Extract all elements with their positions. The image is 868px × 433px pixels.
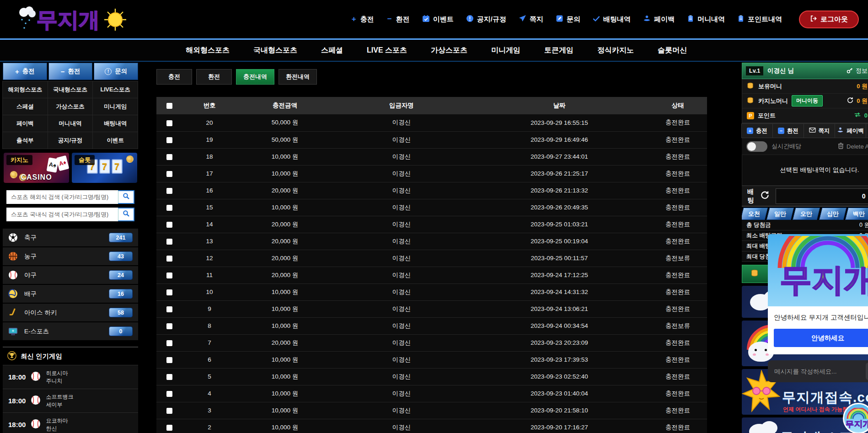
sidebar-item-ice-hockey[interactable]: 아이스 하키 58 bbox=[3, 304, 138, 322]
edit-profile-button[interactable]: 정보수정 bbox=[847, 67, 868, 75]
deposit-button[interactable]: + 충전 bbox=[741, 123, 773, 138]
amount-button[interactable]: 오만 bbox=[793, 208, 820, 220]
bet-amount-input[interactable] bbox=[776, 188, 868, 204]
main-nav-item[interactable]: 스페셜 bbox=[321, 46, 343, 55]
logout-button[interactable]: 로그아웃 bbox=[799, 11, 859, 28]
chat-hello-button[interactable]: 안녕하세요 bbox=[774, 329, 868, 347]
delete-all-button[interactable]: Delete All bbox=[838, 142, 868, 150]
row-checkbox[interactable] bbox=[166, 256, 172, 262]
site-logo[interactable]: 무지개 bbox=[12, 4, 129, 34]
casino-banner[interactable]: 카지노 A♦ A♠ CASINO bbox=[4, 153, 69, 183]
cell-date: 2023-09-26 20:49:35 bbox=[470, 199, 648, 216]
exchange-icon[interactable] bbox=[854, 112, 861, 119]
money-transfer-button[interactable]: 머니이동 bbox=[792, 95, 823, 107]
row-checkbox[interactable] bbox=[166, 340, 172, 346]
row-checkbox[interactable] bbox=[166, 239, 172, 245]
logout-button[interactable] bbox=[866, 123, 868, 138]
row-checkbox[interactable] bbox=[166, 137, 172, 143]
sidebar-item-soccer[interactable]: 축구 241 bbox=[3, 229, 138, 247]
row-checkbox[interactable] bbox=[166, 408, 172, 414]
row-checkbox[interactable] bbox=[166, 154, 172, 160]
sidebar-inquiry-button[interactable]: ! 문의 bbox=[94, 63, 138, 80]
message-button[interactable]: 쪽지 bbox=[804, 123, 835, 138]
header-nav-inquiry[interactable]: 문의 bbox=[556, 15, 580, 24]
popular-game-row[interactable]: 18:00 소프트뱅크세이부 bbox=[3, 389, 138, 412]
main-nav-item[interactable]: 가상스포츠 bbox=[431, 46, 467, 55]
header-nav-withdraw[interactable]: − 환전 bbox=[386, 15, 410, 24]
chat-message-input[interactable] bbox=[774, 368, 866, 375]
sidebar-menu-item[interactable]: 머니내역 bbox=[48, 115, 93, 132]
main-nav-item[interactable]: 슬롯머신 bbox=[658, 46, 687, 55]
search-button[interactable] bbox=[118, 208, 134, 221]
header-nav-event[interactable]: 이벤트 bbox=[422, 15, 454, 24]
row-checkbox[interactable] bbox=[166, 120, 172, 126]
row-checkbox[interactable] bbox=[166, 374, 172, 380]
amount-button[interactable]: 십만 bbox=[819, 208, 847, 220]
row-checkbox[interactable] bbox=[166, 306, 172, 312]
sidebar-menu-item[interactable]: 가상스포츠 bbox=[48, 98, 93, 115]
main-nav-item[interactable]: 토큰게임 bbox=[544, 46, 573, 55]
row-checkbox[interactable] bbox=[166, 188, 172, 194]
row-checkbox[interactable] bbox=[166, 222, 172, 228]
sidebar-menu-item[interactable]: 이벤트 bbox=[92, 132, 138, 149]
sidebar-menu-item[interactable]: 출석부 bbox=[2, 132, 48, 149]
sidebar-deposit-button[interactable]: + 충전 bbox=[3, 63, 47, 80]
main-nav-item[interactable]: 미니게임 bbox=[491, 46, 520, 55]
sidebar-menu-item[interactable]: 해외형스포츠 bbox=[2, 81, 48, 98]
sidebar-menu-item[interactable]: 스페셜 bbox=[2, 98, 48, 115]
header-nav-bet-history[interactable]: 배팅내역 bbox=[593, 15, 631, 24]
select-all-checkbox[interactable] bbox=[166, 103, 172, 109]
main-nav-item[interactable]: LIVE 스포츠 bbox=[367, 46, 407, 55]
popular-game-row[interactable]: 18:00 히로시마주니치 bbox=[3, 365, 138, 389]
row-checkbox[interactable] bbox=[166, 391, 172, 397]
search-button[interactable] bbox=[118, 190, 134, 204]
sidebar-menu-item[interactable]: 공지/규정 bbox=[48, 132, 93, 149]
sidebar-menu-item[interactable]: 국내형스포츠 bbox=[48, 81, 93, 98]
chat-bubble-button[interactable]: 무지개 bbox=[843, 403, 868, 433]
row-checkbox[interactable] bbox=[166, 171, 172, 177]
cell-status: 충전보류 bbox=[648, 317, 707, 334]
amount-button[interactable]: 일만 bbox=[766, 208, 794, 220]
cell-number: 6 bbox=[182, 351, 237, 368]
row-checkbox[interactable] bbox=[166, 205, 172, 211]
row-checkbox[interactable] bbox=[166, 357, 172, 363]
tab-deposit-history[interactable]: 충전내역 bbox=[236, 69, 274, 85]
popular-game-row[interactable]: 18:00 요코하마한신 bbox=[3, 412, 138, 433]
header-nav-payback[interactable]: 페이백 bbox=[643, 15, 675, 24]
header-nav-deposit[interactable]: + 충전 bbox=[351, 15, 374, 24]
tab-withdraw[interactable]: 환전 bbox=[196, 69, 232, 85]
refresh-icon[interactable] bbox=[847, 97, 853, 105]
refresh-icon[interactable] bbox=[761, 191, 769, 201]
sidebar-menu-item[interactable]: 미니게임 bbox=[92, 98, 138, 115]
sidebar-menu-item[interactable]: 페이백 bbox=[2, 115, 48, 132]
header-nav-message[interactable]: 쪽지 bbox=[519, 15, 543, 24]
sidebar-item-esports[interactable]: E-스포츠 0 bbox=[3, 322, 138, 341]
sidebar-item-baseball[interactable]: 야구 24 bbox=[3, 266, 138, 285]
tab-deposit[interactable]: 충전 bbox=[156, 69, 192, 85]
send-button[interactable] bbox=[866, 363, 868, 380]
live-odds-toggle[interactable] bbox=[746, 141, 767, 152]
row-checkbox[interactable] bbox=[166, 425, 172, 431]
main-nav-item[interactable]: 국내형스포츠 bbox=[253, 46, 297, 55]
header-nav-point-history[interactable]: 포인트내역 bbox=[737, 15, 782, 24]
sidebar-menu-item[interactable]: LIVE스포츠 bbox=[92, 81, 138, 98]
sidebar-menu-item[interactable]: 배팅내역 bbox=[92, 115, 138, 132]
sidebar-item-volleyball[interactable]: 배구 16 bbox=[3, 285, 138, 304]
withdraw-button[interactable]: − 환전 bbox=[772, 123, 804, 138]
row-checkbox[interactable] bbox=[166, 289, 172, 295]
overseas-search-input[interactable] bbox=[6, 190, 118, 204]
header-nav-notice[interactable]: 공지/규정 bbox=[466, 15, 506, 24]
amount-button[interactable]: 오천 bbox=[742, 208, 768, 220]
sidebar-withdraw-button[interactable]: − 환전 bbox=[48, 63, 93, 80]
row-checkbox[interactable] bbox=[166, 273, 172, 278]
header-nav-money-history[interactable]: 머니내역 bbox=[687, 15, 725, 24]
sidebar-item-basketball[interactable]: 농구 43 bbox=[3, 247, 138, 266]
domestic-search-input[interactable] bbox=[6, 208, 118, 221]
amount-button[interactable]: 백만 bbox=[845, 208, 868, 220]
main-nav-item[interactable]: 정식카지노 bbox=[597, 46, 634, 55]
payback-button[interactable]: 페이백 bbox=[835, 123, 866, 138]
tab-withdraw-history[interactable]: 환전내역 bbox=[279, 69, 317, 85]
main-nav-item[interactable]: 해외형스포츠 bbox=[186, 46, 230, 55]
row-checkbox[interactable] bbox=[166, 323, 172, 329]
slot-banner[interactable]: 슬롯 777 bbox=[72, 153, 137, 183]
